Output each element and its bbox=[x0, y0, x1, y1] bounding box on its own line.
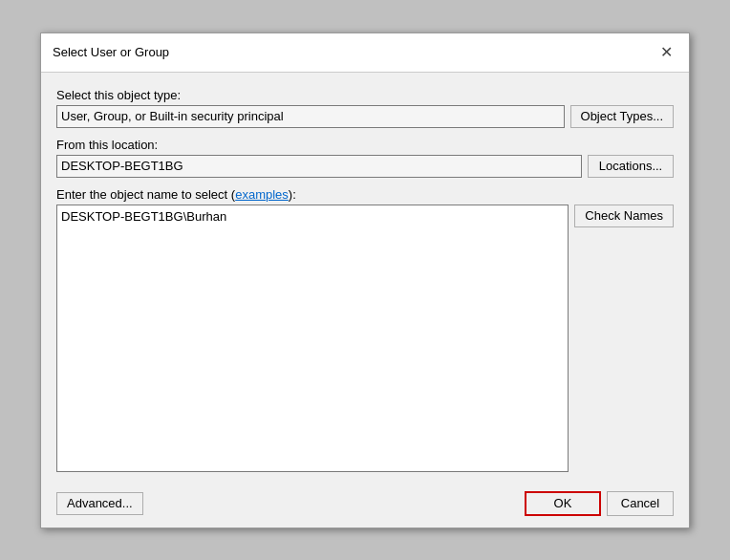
examples-link[interactable]: examples bbox=[235, 187, 289, 202]
dialog-body: Select this object type: Object Types...… bbox=[41, 73, 689, 484]
object-type-row: Object Types... bbox=[56, 105, 674, 128]
select-user-group-dialog: Select User or Group ✕ Select this objec… bbox=[40, 32, 690, 528]
object-name-area: Enter the object name to select (example… bbox=[56, 187, 674, 472]
bottom-right-buttons: OK Cancel bbox=[525, 491, 674, 516]
object-type-label: Select this object type: bbox=[56, 88, 674, 102]
location-label: From this location: bbox=[56, 138, 674, 152]
object-name-label-container: Enter the object name to select (example… bbox=[56, 187, 674, 202]
advanced-button[interactable]: Advanced... bbox=[56, 492, 143, 515]
object-type-group: Select this object type: Object Types... bbox=[56, 88, 674, 128]
object-name-textarea[interactable] bbox=[56, 205, 569, 472]
location-input bbox=[56, 155, 582, 178]
object-name-label-text: Enter the object name to select bbox=[56, 187, 227, 202]
object-type-input bbox=[56, 105, 565, 128]
locations-button[interactable]: Locations... bbox=[588, 155, 674, 178]
cancel-button[interactable]: Cancel bbox=[607, 491, 674, 516]
location-row: Locations... bbox=[56, 155, 674, 178]
title-bar: Select User or Group ✕ bbox=[41, 33, 689, 73]
object-name-label-suffix: : bbox=[292, 187, 296, 202]
dialog-title: Select User or Group bbox=[53, 45, 169, 59]
ok-button[interactable]: OK bbox=[525, 491, 601, 516]
object-name-row: Check Names bbox=[56, 205, 674, 472]
check-names-button[interactable]: Check Names bbox=[574, 205, 674, 227]
location-group: From this location: Locations... bbox=[56, 138, 674, 178]
close-button[interactable]: ✕ bbox=[655, 41, 677, 64]
bottom-bar: Advanced... OK Cancel bbox=[41, 484, 689, 528]
object-types-button[interactable]: Object Types... bbox=[570, 105, 674, 128]
